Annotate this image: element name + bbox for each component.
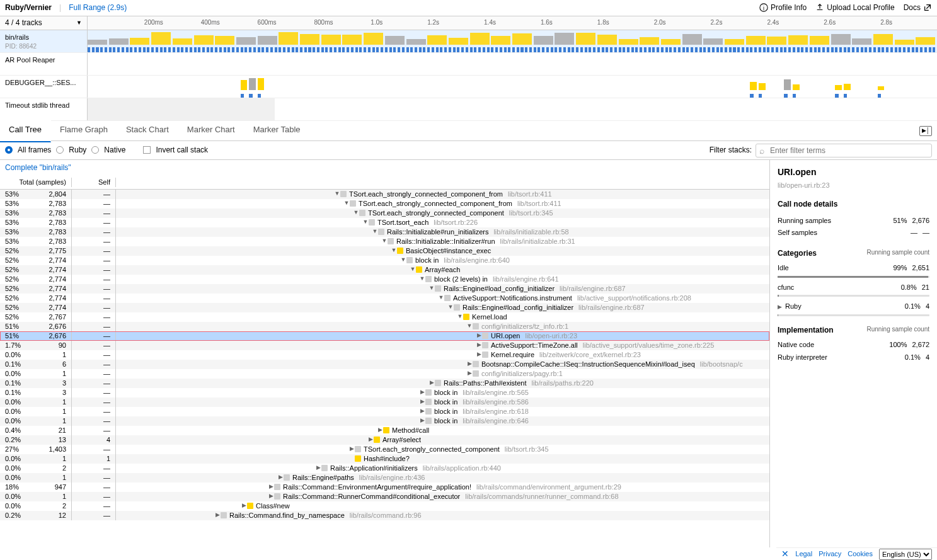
tree-row[interactable]: 0.0%2 — Rails::Application#initializers …: [0, 464, 769, 473]
tree-row[interactable]: 53%2,783 — TSort.each_strongly_connected…: [0, 199, 769, 209]
keyboard-shortcut-icon[interactable]: ▶│: [919, 126, 932, 136]
track-row[interactable]: DEBUGGER__::SES...: [0, 76, 937, 98]
tab-call-tree[interactable]: Call Tree: [0, 119, 51, 142]
tree-row[interactable]: 0.0%1 — block in lib/rails/engine.rb:618: [0, 407, 769, 416]
tree-row[interactable]: 0.0%1 — block in lib/rails/engine.rb:646: [0, 416, 769, 426]
tab-marker-chart[interactable]: Marker Chart: [178, 119, 244, 142]
tab-stack-chart[interactable]: Stack Chart: [117, 119, 178, 142]
expand-arrow-icon[interactable]: [476, 331, 482, 340]
track-viz[interactable]: [88, 76, 937, 98]
tree-row[interactable]: 18%947 — Rails::Command::EnvironmentArgu…: [0, 483, 769, 492]
expand-arrow-icon[interactable]: [419, 397, 425, 406]
tree-row[interactable]: 0.4%21 — Method#call: [0, 426, 769, 435]
all-frames-radio[interactable]: [5, 146, 13, 154]
docs-button[interactable]: Docs: [904, 3, 932, 13]
expand-arrow-icon[interactable]: [457, 312, 463, 321]
expand-arrow-icon[interactable]: [277, 473, 284, 481]
expand-arrow-icon[interactable]: [334, 190, 340, 198]
profile-info-button[interactable]: iProfile Info: [759, 3, 807, 13]
upload-button[interactable]: Upload Local Profile: [815, 3, 894, 13]
function-name: TSort.each_strongly_connected_component_…: [349, 190, 503, 199]
tree-row[interactable]: 0.2%12 — Rails::Command.find_by_namespac…: [0, 511, 769, 520]
expand-arrow-icon[interactable]: [447, 303, 454, 311]
tree-row[interactable]: 0.0%2 — Class#new: [0, 501, 769, 511]
tree-row[interactable]: 0.0%1 — Rails::Command::RunnerCommand#co…: [0, 492, 769, 501]
expand-arrow-icon[interactable]: [377, 426, 383, 434]
range-link[interactable]: Full Range (2.9s): [69, 3, 127, 13]
col-header-self[interactable]: Self: [72, 178, 116, 187]
track-viz[interactable]: [88, 30, 937, 52]
expand-arrow-icon[interactable]: [476, 341, 482, 349]
tree-row[interactable]: 0.0%1 1 Hash#include?: [0, 454, 769, 464]
expand-arrow-icon[interactable]: [419, 388, 425, 396]
expand-arrow-icon[interactable]: [419, 275, 425, 283]
tree-row[interactable]: 52%2,774 — Rails::Engine#load_config_ini…: [0, 303, 769, 312]
tree-row[interactable]: 52%2,774 — block in lib/rails/engine.rb:…: [0, 256, 769, 265]
filter-input[interactable]: [756, 144, 932, 157]
expand-arrow-icon[interactable]: [419, 407, 425, 415]
tree-row[interactable]: 53%2,804 — TSort.each_strongly_connected…: [0, 190, 769, 199]
complete-link[interactable]: Complete "bin/rails": [0, 160, 769, 176]
invert-checkbox[interactable]: [143, 146, 151, 154]
expand-arrow-icon[interactable]: [438, 294, 444, 302]
tree-row[interactable]: 0.1%3 — block in lib/rails/engine.rb:565: [0, 388, 769, 397]
tree-row[interactable]: 0.0%1 — Kernel.require lib/zeitwerk/core…: [0, 350, 769, 360]
expand-arrow-icon[interactable]: [268, 483, 274, 491]
expand-arrow-icon[interactable]: [400, 256, 406, 264]
tree-row[interactable]: 53%2,783 — Rails::Initializable::Initial…: [0, 237, 769, 246]
expand-arrow-icon[interactable]: [353, 209, 359, 217]
timeline-ruler[interactable]: 200ms400ms600ms800ms1.0s1.2s1.4s1.6s1.8s…: [88, 16, 937, 30]
track-row[interactable]: AR Pool Reaper: [0, 53, 937, 76]
tree-row[interactable]: 27%1,403 — TSort.each_strongly_connected…: [0, 445, 769, 454]
native-radio[interactable]: [91, 146, 99, 154]
expand-arrow-icon[interactable]: [391, 246, 397, 254]
tree-row[interactable]: 52%2,774 — Array#each: [0, 265, 769, 275]
track-row[interactable]: bin/railsPID: 88642: [0, 30, 937, 53]
tree-row[interactable]: 0.0%1 — config/initializers/pagy.rb:1: [0, 369, 769, 379]
expand-arrow-icon[interactable]: [348, 445, 355, 453]
tree-row[interactable]: 52%2,767 — Kernel.load: [0, 312, 769, 322]
tree-row[interactable]: 0.0%1 — block in lib/rails/engine.rb:586: [0, 397, 769, 407]
tree-row[interactable]: 53%2,783 — Rails::Initializable#run_init…: [0, 227, 769, 237]
expand-arrow-icon[interactable]: [466, 369, 473, 377]
expand-arrow-icon[interactable]: [419, 416, 425, 425]
tree-row[interactable]: 52%2,774 — ActiveSupport::Notifications.…: [0, 294, 769, 303]
expand-arrow-icon[interactable]: [410, 265, 416, 273]
expand-arrow-icon[interactable]: [381, 237, 388, 245]
tree-row[interactable]: 53%2,783 — TSort.tsort_each lib/tsort.rb…: [0, 218, 769, 227]
tree-row[interactable]: 0.2%13 4 Array#select: [0, 435, 769, 445]
track-viz[interactable]: [88, 53, 937, 75]
tree-row[interactable]: 52%2,774 — block (2 levels) in lib/rails…: [0, 275, 769, 284]
function-name: ActiveSupport::TimeZone.all: [491, 341, 578, 350]
expand-arrow-icon[interactable]: [428, 284, 435, 292]
tree-row[interactable]: 1.7%90 — ActiveSupport::TimeZone.all lib…: [0, 341, 769, 350]
tree-row[interactable]: 0.0%1 — Rails::Engine#paths lib/rails/en…: [0, 473, 769, 483]
expand-arrow-icon[interactable]: [367, 435, 374, 443]
tree-row[interactable]: 53%2,783 — TSort.each_strongly_connected…: [0, 209, 769, 218]
tracks-dropdown[interactable]: 4 / 4 tracks ▼: [0, 16, 88, 30]
expand-arrow-icon[interactable]: [241, 501, 247, 510]
expand-arrow-icon[interactable]: [362, 218, 369, 226]
tree-row[interactable]: 0.1%3 — Rails::Paths::Path#existent lib/…: [0, 379, 769, 388]
expand-arrow-icon[interactable]: [476, 350, 482, 358]
tree-row[interactable]: 51%2,676 — config/initializers/tz_info.r…: [0, 322, 769, 331]
tab-marker-table[interactable]: Marker Table: [244, 119, 310, 142]
tree-row[interactable]: 51%2,676 — URI.open lib/open-uri.rb:23: [0, 331, 769, 341]
track-row[interactable]: Timeout stdlib thread: [0, 98, 937, 121]
expand-arrow-icon[interactable]: [466, 360, 473, 368]
track-viz[interactable]: [88, 98, 937, 120]
ruby-radio[interactable]: [56, 146, 64, 154]
tree-row[interactable]: 52%2,774 — Rails::Engine#load_config_ini…: [0, 284, 769, 294]
tree-row[interactable]: 0.1%6 — Bootsnap::CompileCache::ISeq::In…: [0, 360, 769, 369]
tab-flame-graph[interactable]: Flame Graph: [51, 119, 117, 142]
tree-row[interactable]: 52%2,775 — BasicObject#instance_exec: [0, 246, 769, 256]
expand-arrow-icon[interactable]: [466, 322, 473, 330]
function-name: Array#select: [382, 435, 421, 445]
expand-arrow-icon[interactable]: [315, 464, 321, 472]
expand-arrow-icon[interactable]: [372, 227, 378, 236]
expand-arrow-icon[interactable]: [343, 199, 350, 207]
expand-arrow-icon[interactable]: [428, 379, 435, 387]
expand-arrow-icon[interactable]: [214, 511, 221, 519]
col-header-total[interactable]: Total (samples): [0, 178, 72, 187]
expand-arrow-icon[interactable]: [268, 492, 274, 500]
